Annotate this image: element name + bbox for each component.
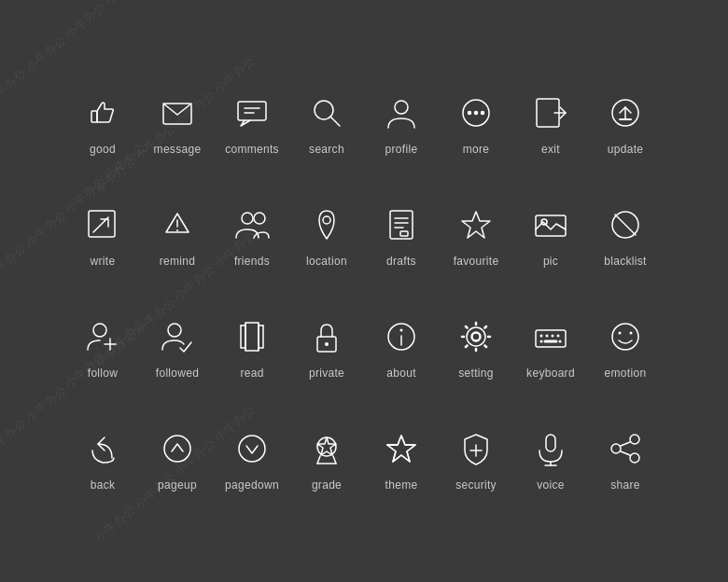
theme-label: theme <box>385 478 418 492</box>
svg-point-77 <box>630 435 639 444</box>
icon-remind[interactable]: remind <box>140 179 215 291</box>
profile-label: profile <box>385 143 418 156</box>
icon-keyboard[interactable]: keyboard <box>513 291 588 403</box>
svg-rect-28 <box>390 211 413 239</box>
theme-icon <box>379 426 424 471</box>
icon-back[interactable]: back <box>65 403 140 515</box>
svg-point-46 <box>325 342 329 346</box>
location-label: location <box>306 255 347 268</box>
private-label: private <box>309 367 344 380</box>
grade-icon <box>304 426 349 471</box>
pagedown-label: pagedown <box>225 478 279 492</box>
icon-profile[interactable]: profile <box>364 67 439 179</box>
icon-setting[interactable]: setting <box>439 291 513 403</box>
icon-drafts[interactable]: drafts <box>364 179 439 291</box>
voice-icon <box>528 426 573 471</box>
comments-icon <box>230 90 274 135</box>
icon-write[interactable]: write <box>65 179 140 291</box>
icon-followed[interactable]: followed <box>140 291 215 403</box>
icon-comments[interactable]: comments <box>215 67 289 179</box>
icon-pic[interactable]: pic <box>513 179 588 291</box>
icon-favourite[interactable]: favourite <box>439 179 513 291</box>
favourite-label: favourite <box>454 255 499 268</box>
location-icon <box>304 202 349 247</box>
setting-icon <box>454 314 498 359</box>
svg-point-7 <box>395 101 408 114</box>
icon-emotion[interactable]: emotion <box>588 291 663 403</box>
icon-security[interactable]: security <box>439 403 513 515</box>
svg-line-80 <box>621 442 630 446</box>
svg-point-64 <box>164 436 190 462</box>
favourite-icon <box>454 202 498 247</box>
icon-about[interactable]: about <box>364 291 439 403</box>
keyboard-label: keyboard <box>526 367 575 380</box>
pagedown-icon <box>230 426 274 471</box>
message-label: message <box>154 143 202 156</box>
private-icon <box>304 314 349 359</box>
svg-point-66 <box>317 437 336 456</box>
update-label: update <box>608 143 644 156</box>
svg-rect-32 <box>400 231 408 236</box>
pic-icon <box>528 202 573 247</box>
svg-line-16 <box>625 107 631 113</box>
remind-label: remind <box>160 255 195 268</box>
icon-blacklist[interactable]: blacklist <box>588 179 663 291</box>
icon-location[interactable]: location <box>289 179 364 291</box>
icon-grade[interactable]: grade <box>289 403 364 515</box>
svg-point-61 <box>612 324 638 350</box>
icon-friends[interactable]: friends <box>215 179 289 291</box>
icon-theme[interactable]: theme <box>364 403 439 515</box>
icon-follow[interactable]: follow <box>65 291 140 403</box>
icon-pagedown[interactable]: pagedown <box>215 403 289 515</box>
exit-icon <box>528 90 573 135</box>
icon-read[interactable]: read <box>215 291 289 403</box>
svg-point-51 <box>467 327 485 346</box>
svg-point-25 <box>242 213 253 224</box>
svg-point-11 <box>482 112 484 115</box>
icon-share[interactable]: share <box>588 403 663 515</box>
followed-icon <box>155 314 200 359</box>
pageup-label: pageup <box>158 478 197 492</box>
icon-good[interactable]: good <box>65 67 140 179</box>
search-label: search <box>309 143 344 156</box>
svg-point-10 <box>475 112 478 115</box>
svg-point-49 <box>400 329 403 332</box>
icon-message[interactable]: message <box>140 67 215 179</box>
share-icon <box>603 426 648 471</box>
svg-rect-2 <box>238 102 266 120</box>
icon-private[interactable]: private <box>289 291 364 403</box>
icon-exit[interactable]: exit <box>513 67 588 179</box>
svg-point-52 <box>472 333 480 340</box>
back-icon <box>80 426 125 471</box>
write-label: write <box>91 255 116 268</box>
svg-rect-74 <box>546 435 555 451</box>
write-icon <box>80 202 125 247</box>
grade-label: grade <box>312 478 342 492</box>
emotion-icon <box>603 314 648 359</box>
icon-pageup[interactable]: pageup <box>140 403 215 515</box>
svg-rect-0 <box>91 111 97 122</box>
emotion-label: emotion <box>605 367 647 380</box>
icon-update[interactable]: update <box>588 67 663 179</box>
svg-line-17 <box>620 107 625 113</box>
icon-voice[interactable]: voice <box>513 403 588 515</box>
icon-search[interactable]: search <box>289 67 364 179</box>
svg-point-41 <box>168 324 181 337</box>
follow-label: follow <box>88 367 118 380</box>
svg-point-78 <box>611 444 621 453</box>
update-icon <box>603 90 648 135</box>
svg-point-79 <box>630 453 639 463</box>
about-icon <box>379 314 424 359</box>
svg-point-27 <box>323 216 330 224</box>
voice-label: voice <box>537 478 565 492</box>
exit-label: exit <box>541 143 560 156</box>
svg-point-38 <box>93 324 106 337</box>
good-label: good <box>90 143 116 156</box>
svg-line-81 <box>621 451 630 455</box>
comments-label: comments <box>225 143 279 156</box>
followed-label: followed <box>156 367 199 380</box>
icon-more[interactable]: more <box>439 67 513 179</box>
svg-point-26 <box>254 213 265 224</box>
svg-rect-53 <box>536 330 566 347</box>
svg-point-24 <box>176 229 178 231</box>
